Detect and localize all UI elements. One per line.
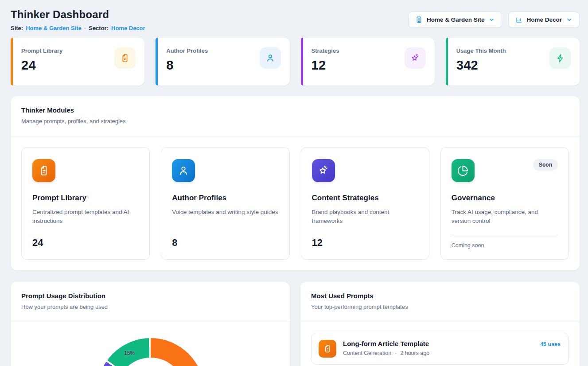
module-count: 12 [312,237,418,249]
module-count: 8 [172,237,278,249]
most-used-prompts-panel: Most Used Prompts Your top-performing pr… [300,282,580,366]
stat-info: Usage This Month 342 [456,47,506,86]
stat-value: 12 [312,58,339,73]
prompt-category: Content Generation [343,350,391,356]
usage-subtitle: How your prompts are being used [21,303,279,311]
prompt-meta: Content Generation · 2 hours ago [343,350,561,356]
usage-header: Prompt Usage Distribution How your promp… [11,282,290,322]
module-title: Governance [452,194,558,202]
modules-header: Thinker Modules Manage prompts, profiles… [11,96,580,136]
separator-dot: · [84,24,86,32]
stat-card-strategies[interactable]: Strategies 12 [301,38,435,86]
bar-chart-icon [515,16,522,23]
stat-info: Strategies 12 [312,47,339,86]
separator-dot: · [395,350,397,356]
module-title: Prompt Library [32,194,139,202]
breadcrumb: Site: Home & Garden Site · Sector: Home … [11,24,145,32]
pie-chart-icon [452,159,475,182]
lightning-icon [549,47,571,69]
sector-selector-label: Home Decor [526,16,562,23]
user-icon [172,159,195,182]
header-left: Thinker Dashboard Site: Home & Garden Si… [11,8,145,32]
bottom-row: Prompt Usage Distribution How your promp… [11,282,580,366]
stat-label: Usage This Month [456,47,506,54]
module-description: Voice templates and writing style guides [172,208,278,217]
donut-segment-label: 15% [124,350,135,356]
building-icon [415,16,423,23]
star-icon [405,47,426,69]
module-count: 24 [32,237,139,249]
modules-subtitle: Manage prompts, profiles, and strategies [21,117,569,125]
stat-cards-row: Prompt Library 24 Author Profiles 8 Stra… [11,38,580,86]
stat-info: Author Profiles 8 [166,47,208,86]
document-icon [319,340,336,358]
stat-card-author-profiles[interactable]: Author Profiles 8 [156,38,289,86]
stat-label: Author Profiles [166,47,208,54]
module-description: Centralized prompt templates and AI inst… [32,208,139,226]
stat-label: Prompt Library [21,47,62,54]
star-icon [312,159,335,182]
module-description: Track AI usage, compliance, and version … [452,208,558,226]
coming-soon-text: Coming soon [452,242,558,249]
site-label: Site: [11,24,23,32]
header-selectors: Home & Garden Site Home Decor [408,12,580,28]
donut-chart-area: 15% [11,322,290,366]
prompt-title: Long-form Article Template [343,340,429,347]
soon-badge: Soon [533,159,558,171]
module-card-governance[interactable]: Soon Governance Track AI usage, complian… [440,147,569,260]
page-title: Thinker Dashboard [11,8,145,21]
most-used-subtitle: Your top-performing prompt templates [311,303,569,311]
prompt-usage-distribution-panel: Prompt Usage Distribution How your promp… [11,282,290,366]
uses-badge: 45 uses [540,341,561,347]
stat-card-usage-this-month[interactable]: Usage This Month 342 [446,38,580,86]
module-card-content-strategies[interactable]: Content Strategies Brand playbooks and c… [301,147,429,260]
document-icon [114,47,136,69]
modules-grid: Prompt Library Centralized prompt templa… [11,136,580,270]
stat-card-prompt-library[interactable]: Prompt Library 24 [11,38,144,86]
stat-label: Strategies [312,47,339,54]
top-bar: Thinker Dashboard Site: Home & Garden Si… [11,8,580,32]
most-used-header: Most Used Prompts Your top-performing pr… [300,282,580,322]
site-selector-dropdown[interactable]: Home & Garden Site [408,12,502,28]
sector-selector-dropdown[interactable]: Home Decor [508,12,580,28]
donut-chart[interactable]: 15% [97,338,204,366]
user-icon [260,47,281,69]
sector-label: Sector: [89,24,109,32]
module-footer: Coming soon [452,235,558,249]
site-selector-label: Home & Garden Site [427,16,485,23]
sector-link[interactable]: Home Decor [111,24,145,32]
module-card-prompt-library[interactable]: Prompt Library Centralized prompt templa… [21,147,150,260]
chevron-down-icon [488,16,495,23]
prompt-list: Long-form Article Template 45 uses Conte… [300,322,580,366]
prompt-timestamp: 2 hours ago [400,350,429,356]
divider [452,235,558,235]
list-item-long-form-article-template[interactable]: Long-form Article Template 45 uses Conte… [311,333,569,365]
stat-value: 8 [166,58,208,73]
thinker-modules-panel: Thinker Modules Manage prompts, profiles… [11,96,580,270]
stat-value: 342 [456,58,506,73]
site-link[interactable]: Home & Garden Site [26,24,82,32]
module-title: Author Profiles [172,194,278,202]
usage-title: Prompt Usage Distribution [21,292,279,300]
stat-info: Prompt Library 24 [21,47,62,86]
modules-title: Thinker Modules [21,106,569,115]
stat-value: 24 [21,58,62,73]
module-title: Content Strategies [312,194,418,202]
module-card-author-profiles[interactable]: Author Profiles Voice templates and writ… [161,147,289,260]
document-icon [32,159,55,182]
most-used-title: Most Used Prompts [311,292,569,300]
module-description: Brand playbooks and content frameworks [312,208,418,226]
chevron-down-icon [566,16,572,23]
